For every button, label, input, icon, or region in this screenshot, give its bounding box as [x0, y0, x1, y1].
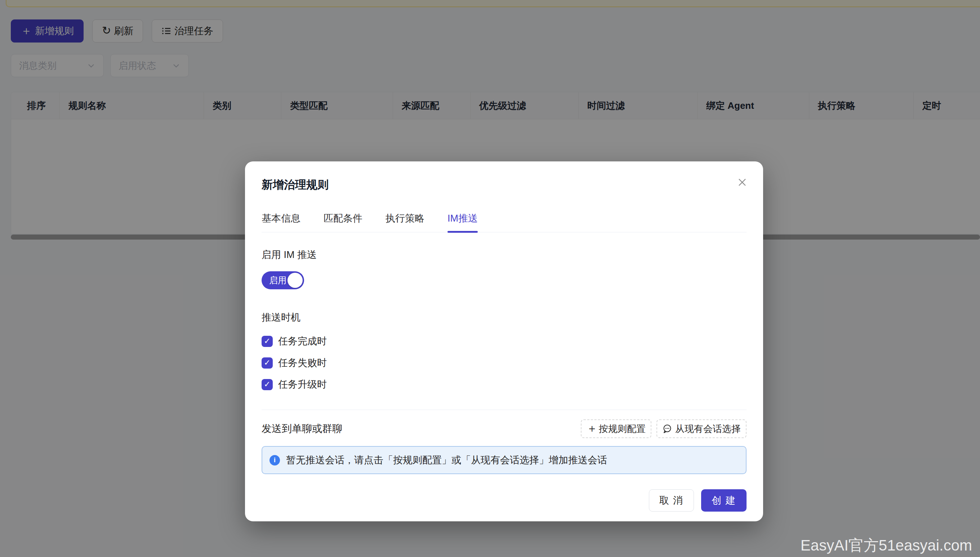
tab-im-push[interactable]: IM推送: [448, 212, 478, 232]
checkbox-task-escalated[interactable]: ✓ 任务升级时: [262, 376, 747, 393]
info-icon: i: [270, 455, 280, 466]
tab-exec-strategy[interactable]: 执行策略: [386, 212, 425, 232]
checkbox-label: 任务失败时: [278, 356, 327, 369]
im-push-toggle[interactable]: 启用: [262, 271, 304, 289]
add-rule-modal: 新增治理规则 基本信息 匹配条件 执行策略 IM推送 启用 IM 推送 启用 推…: [245, 161, 763, 521]
push-timing-label: 推送时机: [262, 311, 747, 324]
plus-icon: ＋: [586, 423, 597, 434]
checkbox-checked-icon: ✓: [262, 379, 273, 390]
modal-tabs: 基本信息 匹配条件 执行策略 IM推送: [262, 212, 747, 232]
check-icon: ✓: [264, 359, 270, 367]
toggle-state-label: 启用: [269, 275, 287, 286]
push-timing-options: ✓ 任务完成时 ✓ 任务失败时 ✓ 任务升级时: [262, 333, 747, 393]
configure-by-rule-label: 按规则配置: [599, 423, 646, 435]
toggle-knob: [288, 273, 303, 288]
cancel-button[interactable]: 取 消: [649, 489, 694, 511]
modal-title: 新增治理规则: [262, 177, 747, 192]
section-divider: [262, 410, 747, 410]
tab-basic-info[interactable]: 基本信息: [262, 212, 301, 232]
check-icon: ✓: [264, 381, 270, 388]
no-sessions-alert: i 暂无推送会话，请点击「按规则配置」或「从现有会话选择」增加推送会话: [262, 446, 747, 474]
no-sessions-alert-text: 暂无推送会话，请点击「按规则配置」或「从现有会话选择」增加推送会话: [286, 454, 607, 467]
send-target-actions: ＋ 按规则配置 从现有会话选择: [581, 419, 747, 438]
close-icon[interactable]: [735, 175, 749, 189]
checkbox-task-completed[interactable]: ✓ 任务完成时: [262, 333, 747, 349]
create-button[interactable]: 创 建: [701, 489, 747, 511]
checkbox-label: 任务完成时: [278, 335, 327, 348]
modal-footer: 取 消 创 建: [262, 489, 747, 511]
send-target-label: 发送到单聊或群聊: [262, 422, 342, 436]
chat-bubble-icon: [662, 424, 672, 434]
checkbox-checked-icon: ✓: [262, 357, 273, 368]
checkbox-checked-icon: ✓: [262, 336, 273, 347]
check-icon: ✓: [264, 337, 270, 345]
tab-match-conditions[interactable]: 匹配条件: [324, 212, 363, 232]
configure-by-rule-button[interactable]: ＋ 按规则配置: [581, 419, 651, 438]
select-from-sessions-button[interactable]: 从现有会话选择: [656, 419, 747, 438]
select-from-sessions-label: 从现有会话选择: [675, 423, 741, 435]
watermark: EasyAI官方51easyai.com: [801, 535, 972, 555]
send-target-row: 发送到单聊或群聊 ＋ 按规则配置 从现有会话选择: [262, 419, 747, 438]
enable-im-push-label: 启用 IM 推送: [262, 248, 747, 261]
checkbox-label: 任务升级时: [278, 378, 327, 391]
checkbox-task-failed[interactable]: ✓ 任务失败时: [262, 355, 747, 371]
info-glyph: i: [274, 456, 276, 464]
